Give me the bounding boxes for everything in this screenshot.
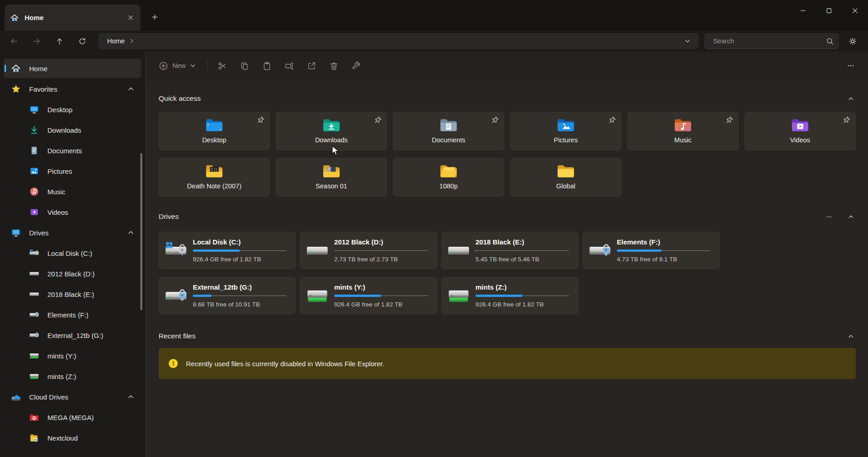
folder-yellow-icon bbox=[556, 162, 576, 181]
sidebar-item-label: Elements (F:) bbox=[47, 311, 88, 319]
tab-close-icon[interactable] bbox=[125, 12, 136, 23]
drive-c-icon bbox=[165, 242, 187, 259]
pin-icon[interactable] bbox=[608, 116, 616, 124]
sidebar-item-downloads[interactable]: Downloads bbox=[4, 120, 141, 140]
toolbar-button-paste[interactable] bbox=[258, 57, 276, 75]
quick-access-card-global[interactable]: Global bbox=[510, 158, 621, 197]
window-controls bbox=[790, 0, 868, 21]
videos-icon bbox=[29, 207, 39, 217]
toolbar-button-wrench[interactable] bbox=[347, 57, 365, 75]
sidebar-item-label: mints (Y:) bbox=[47, 352, 76, 360]
close-button[interactable] bbox=[842, 0, 868, 21]
sidebar-item-cloud-drives[interactable]: Cloud Drives bbox=[4, 387, 141, 406]
sidebar-scrollbar-thumb[interactable] bbox=[140, 153, 142, 310]
chevron-right-icon bbox=[129, 38, 135, 44]
pin-icon[interactable] bbox=[842, 116, 851, 124]
drive-card-2012-black-d[interactable]: 2012 Black (D:) 2.73 TB free of 2.73 TB bbox=[300, 232, 437, 269]
minimize-button[interactable] bbox=[790, 0, 816, 21]
drives-more-button[interactable] bbox=[824, 212, 834, 222]
drive-card-mints-z[interactable]: mints (Z:) 926.4 GB free of 1.82 TB bbox=[441, 277, 579, 314]
chevron-up-icon[interactable] bbox=[127, 85, 134, 93]
maximize-button[interactable] bbox=[816, 0, 842, 21]
sidebar-item-documents[interactable]: Documents bbox=[4, 141, 141, 160]
toolbar-button-rename[interactable] bbox=[280, 57, 298, 75]
sidebar-item-local-disk-c[interactable]: Local Disk (C:) bbox=[4, 244, 141, 263]
drive-card-local-disk-c[interactable]: Local Disk (C:) 926.4 GB free of 1.82 TB bbox=[159, 232, 296, 269]
quick-access-card-season-01[interactable]: Season 01 bbox=[276, 158, 387, 197]
forward-button[interactable] bbox=[28, 33, 45, 49]
new-button-label: New bbox=[172, 62, 186, 69]
sidebar-item-videos[interactable]: Videos bbox=[4, 203, 141, 222]
sidebar-item-label: 2018 Black (E:) bbox=[47, 291, 94, 298]
drive-icon bbox=[29, 289, 39, 299]
collapse-recent-files-button[interactable] bbox=[846, 331, 856, 341]
sidebar-item-home[interactable]: Home bbox=[4, 59, 141, 78]
drive-card-2018-black-e[interactable]: 2018 Black (E:) 5.45 TB free of 5.46 TB bbox=[441, 232, 579, 269]
pin-icon[interactable] bbox=[491, 116, 499, 124]
sidebar-item-favorites[interactable]: Favorites bbox=[4, 79, 141, 99]
search-box[interactable] bbox=[704, 33, 839, 49]
collapse-quick-access-button[interactable] bbox=[846, 93, 856, 104]
sidebar-item-mints-y[interactable]: mints (Y:) bbox=[4, 346, 141, 365]
chevron-up-icon[interactable] bbox=[127, 393, 134, 400]
quick-access-card-pictures[interactable]: Pictures bbox=[510, 112, 621, 151]
back-button[interactable] bbox=[5, 33, 22, 49]
toolbar-button-share[interactable] bbox=[302, 57, 320, 75]
address-bar[interactable]: Home bbox=[98, 33, 698, 49]
sidebar-item-2018-black-e[interactable]: 2018 Black (E:) bbox=[4, 285, 141, 304]
sidebar-item-label: Pictures bbox=[47, 167, 72, 175]
sidebar-item-external-12tb-g[interactable]: External_12tb (G:) bbox=[4, 326, 141, 345]
drive-card-mints-y[interactable]: mints (Y:) 926.4 GB free of 1.82 TB bbox=[300, 277, 437, 314]
drive-card-external-12tb-g[interactable]: External_12tb (G:) 8.68 TB free of 10.91… bbox=[159, 277, 296, 314]
chevron-up-icon[interactable] bbox=[127, 229, 134, 236]
pin-icon[interactable] bbox=[725, 116, 734, 124]
tab-home[interactable]: Home bbox=[5, 5, 140, 31]
settings-gear-button[interactable] bbox=[843, 33, 862, 49]
toolbar-button-copy[interactable] bbox=[235, 57, 253, 75]
quick-access-card-downloads[interactable]: Downloads bbox=[276, 112, 387, 151]
sidebar-item-nextcloud[interactable]: Nextcloud bbox=[4, 428, 141, 447]
search-icon[interactable] bbox=[826, 37, 834, 45]
drive-lock-icon bbox=[165, 287, 187, 304]
sidebar-item-label: mints (Z:) bbox=[47, 373, 76, 380]
sidebar-item-2012-black-d[interactable]: 2012 Black (D:) bbox=[4, 264, 141, 283]
quick-access-grid: Desktop Downloads Documents Pictures bbox=[159, 112, 856, 197]
quick-access-card-desktop[interactable]: Desktop bbox=[159, 112, 270, 151]
sidebar-item-desktop[interactable]: Desktop bbox=[4, 100, 141, 119]
search-input[interactable] bbox=[707, 37, 826, 45]
sidebar-item-drives[interactable]: Drives bbox=[4, 223, 141, 242]
toolbar-button-delete[interactable] bbox=[325, 57, 343, 75]
refresh-button[interactable] bbox=[74, 33, 90, 49]
address-dropdown-button[interactable] bbox=[682, 35, 693, 47]
quick-access-card-documents[interactable]: Documents bbox=[393, 112, 504, 151]
sidebar-item-music[interactable]: Music bbox=[4, 182, 141, 201]
folder-desktop-icon bbox=[204, 116, 224, 135]
folder-downloads-icon bbox=[321, 116, 341, 135]
drive-card-elements-f[interactable]: Elements (F:) 4.73 TB free of 9.1 TB bbox=[583, 232, 720, 269]
section-title: Drives bbox=[159, 213, 179, 221]
pin-icon[interactable] bbox=[374, 116, 382, 124]
sidebar-item-mega-mega[interactable]: MEGA (MEGA) bbox=[4, 408, 141, 427]
warning-icon bbox=[169, 359, 178, 368]
quick-access-card-1080p[interactable]: 1080p bbox=[393, 158, 504, 197]
title-bar: Home bbox=[0, 0, 868, 31]
sidebar-item-elements-f[interactable]: Elements (F:) bbox=[4, 305, 141, 324]
recent-files-header: Recent files bbox=[159, 331, 856, 341]
cut-icon bbox=[217, 61, 227, 71]
new-button[interactable]: New bbox=[154, 58, 201, 73]
sidebar-item-pictures[interactable]: Pictures bbox=[4, 161, 141, 181]
toolbar-separator bbox=[207, 60, 207, 72]
toolbar-button-cut[interactable] bbox=[213, 57, 231, 75]
chevron-down-icon bbox=[190, 62, 196, 69]
new-tab-button[interactable] bbox=[148, 10, 161, 24]
collapse-drives-button[interactable] bbox=[846, 212, 856, 222]
breadcrumb[interactable]: Home bbox=[107, 37, 125, 45]
quick-access-card-music[interactable]: Music bbox=[627, 112, 739, 151]
drive-name: mints (Z:) bbox=[475, 283, 569, 291]
up-button[interactable] bbox=[51, 33, 67, 49]
quick-access-card-death-note-2007[interactable]: Death Note (2007) bbox=[159, 158, 270, 197]
see-more-button[interactable] bbox=[842, 57, 859, 74]
pin-icon[interactable] bbox=[257, 116, 265, 124]
sidebar-item-mints-z[interactable]: mints (Z:) bbox=[4, 367, 141, 386]
quick-access-card-videos[interactable]: Videos bbox=[744, 112, 856, 151]
